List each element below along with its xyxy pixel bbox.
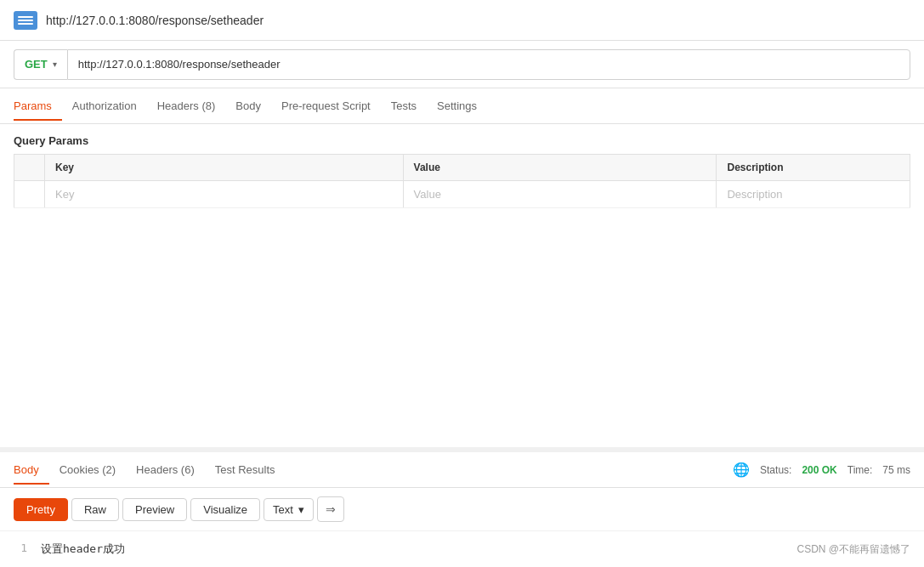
url-input[interactable] <box>67 49 910 80</box>
row-value-cell[interactable]: Value <box>403 181 717 208</box>
middle-space <box>0 208 924 447</box>
globe-icon: 🌐 <box>733 462 750 478</box>
chevron-down-icon: ▾ <box>53 60 57 69</box>
format-bar: Pretty Raw Preview Visualize Text ▾ ⇒ <box>0 488 924 531</box>
time-label: Time: <box>847 464 873 476</box>
response-tab-test-results[interactable]: Test Results <box>205 455 286 485</box>
status-info: 🌐 Status: 200 OK Time: 75 ms <box>733 462 910 478</box>
format-raw-button[interactable]: Raw <box>71 498 119 521</box>
tab-settings[interactable]: Settings <box>427 91 487 121</box>
main-layout: http://127.0.0.1:8080/response/setheader… <box>0 0 924 567</box>
response-tabs-bar: Body Cookies (2) Headers (6) Test Result… <box>0 452 924 488</box>
tab-pre-request-script[interactable]: Pre-request Script <box>271 91 381 121</box>
watermark: CSDN @不能再留遗憾了 <box>796 542 910 557</box>
app-icon <box>14 11 37 30</box>
col-desc-header: Description <box>717 155 910 181</box>
response-body: 1 设置header成功 <box>0 531 924 567</box>
request-tabs-bar: Params Authorization Headers (8) Body Pr… <box>0 88 924 124</box>
response-text-1: 设置header成功 <box>41 541 125 557</box>
params-table: Key Value Description Key Value Descript… <box>14 154 910 208</box>
method-dropdown[interactable]: GET ▾ <box>14 49 67 80</box>
line-number-1: 1 <box>14 541 27 557</box>
query-params-title: Query Params <box>14 134 910 147</box>
status-label: Status: <box>760 464 791 476</box>
response-tab-body[interactable]: Body <box>14 455 49 485</box>
method-label: GET <box>25 58 48 71</box>
row-checkbox-cell <box>14 181 45 208</box>
format-visualize-button[interactable]: Visualize <box>190 498 260 521</box>
time-value: 75 ms <box>882 464 910 476</box>
chevron-down-icon: ▾ <box>298 503 304 516</box>
format-pretty-button[interactable]: Pretty <box>14 498 68 521</box>
format-type-dropdown[interactable]: Text ▾ <box>264 498 314 521</box>
tab-tests[interactable]: Tests <box>381 91 427 121</box>
wrap-toggle-button[interactable]: ⇒ <box>317 496 344 522</box>
response-section: Body Cookies (2) Headers (6) Test Result… <box>0 452 924 567</box>
query-params-section: Query Params Key Value Description Key V… <box>0 124 924 208</box>
response-tab-headers[interactable]: Headers (6) <box>126 455 205 485</box>
request-bar: GET ▾ <box>0 41 924 88</box>
title-bar: http://127.0.0.1:8080/response/setheader <box>0 0 924 41</box>
table-row: Key Value Description <box>14 181 910 208</box>
status-code: 200 OK <box>802 464 836 476</box>
col-key-header: Key <box>45 155 404 181</box>
format-type-label: Text <box>273 503 293 516</box>
title-url: http://127.0.0.1:8080/response/setheader <box>46 14 264 27</box>
col-checkbox-header <box>14 155 45 181</box>
tab-params[interactable]: Params <box>14 91 62 121</box>
tab-body[interactable]: Body <box>225 91 271 121</box>
format-preview-button[interactable]: Preview <box>122 498 187 521</box>
wrap-icon: ⇒ <box>326 502 336 516</box>
tab-headers[interactable]: Headers (8) <box>147 91 226 121</box>
response-tab-cookies[interactable]: Cookies (2) <box>49 455 126 485</box>
tab-authorization[interactable]: Authorization <box>62 91 147 121</box>
col-value-header: Value <box>403 155 717 181</box>
row-desc-cell[interactable]: Description <box>717 181 910 208</box>
row-key-cell[interactable]: Key <box>45 181 404 208</box>
